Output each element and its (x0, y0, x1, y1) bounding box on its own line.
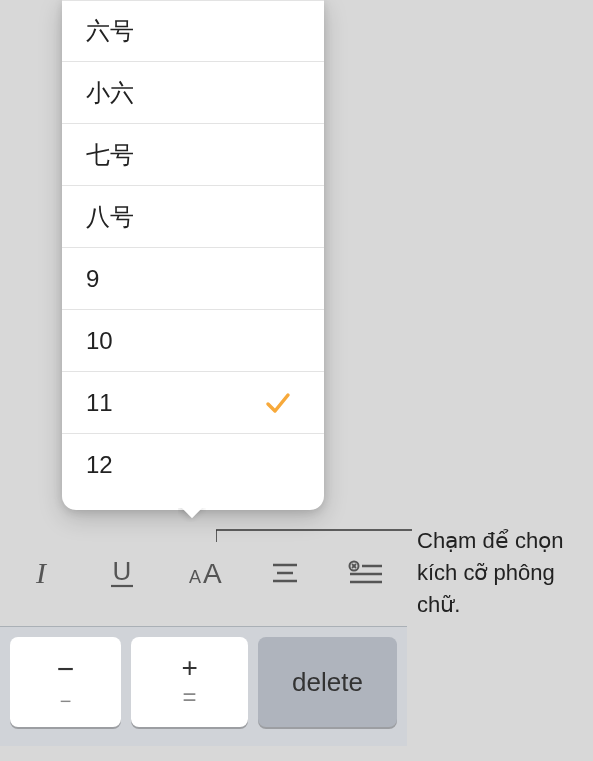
font-size-label: 11 (86, 389, 113, 417)
svg-text:A: A (189, 567, 201, 587)
checkmark-icon (264, 389, 292, 417)
font-size-option[interactable]: 小六 (62, 62, 324, 124)
font-size-icon: A A (179, 555, 227, 591)
underline-button[interactable]: U (86, 543, 158, 603)
font-size-option[interactable]: 八号 (62, 186, 324, 248)
key-equals-label: = (183, 684, 197, 710)
svg-text:A: A (203, 558, 222, 589)
font-size-option[interactable]: 9 (62, 248, 324, 310)
svg-text:I: I (35, 556, 48, 589)
font-size-option[interactable]: 12 (62, 434, 324, 496)
italic-icon: I (23, 555, 59, 591)
font-size-label: 六号 (86, 15, 134, 47)
svg-text:U: U (113, 556, 132, 586)
underline-icon: U (104, 555, 140, 591)
key-sublabel: − (60, 690, 72, 713)
keyboard-row: − − + = delete (0, 626, 407, 746)
indent-icon (346, 555, 386, 591)
indent-button[interactable] (330, 543, 402, 603)
italic-button[interactable]: I (5, 543, 77, 603)
font-size-option[interactable]: 七号 (62, 124, 324, 186)
align-button[interactable] (249, 543, 321, 603)
font-size-label: 七号 (86, 139, 134, 171)
font-size-label: 八号 (86, 201, 134, 233)
font-size-option[interactable]: 六号 (62, 0, 324, 62)
key-delete-label: delete (292, 667, 363, 698)
key-delete[interactable]: delete (258, 637, 397, 727)
font-size-popover: 六号 小六 七号 八号 9 10 11 12 (62, 0, 324, 510)
font-size-button[interactable]: A A (167, 543, 239, 603)
key-plus-label: + (181, 653, 197, 684)
callout-leader-line (216, 528, 412, 548)
font-size-label: 小六 (86, 77, 134, 109)
font-size-option[interactable]: 10 (62, 310, 324, 372)
key-plus-equals[interactable]: + = (131, 637, 248, 727)
font-size-label: 12 (86, 451, 113, 479)
font-size-label: 10 (86, 327, 113, 355)
key-label: − (57, 652, 75, 686)
popover-arrow (178, 508, 206, 522)
align-icon (267, 555, 303, 591)
font-size-option-selected[interactable]: 11 (62, 372, 324, 434)
font-size-label: 9 (86, 265, 99, 293)
key-minus[interactable]: − − (10, 637, 121, 727)
callout-text: Chạm để chọn kích cỡ phông chữ. (417, 525, 585, 621)
